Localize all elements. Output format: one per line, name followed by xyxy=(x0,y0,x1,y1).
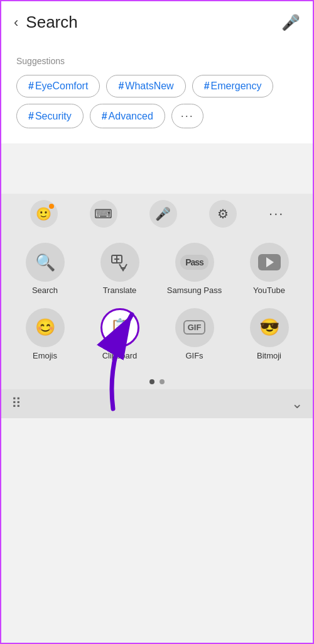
keyboard-top-row: 🙂 ⌨ 🎤 ⚙ ··· xyxy=(1,194,313,233)
chips-grid: #EyeComfort #WhatsNew #Emergency #Securi… xyxy=(16,75,298,128)
search-app-icon: 🔍 xyxy=(26,243,65,282)
back-button[interactable]: ‹ xyxy=(14,14,18,31)
clipboard-icon: 📋 xyxy=(100,308,139,347)
keyboard-grid-icon[interactable]: ⠿ xyxy=(11,396,21,412)
keyboard-collapse-icon[interactable]: ⌄ xyxy=(291,396,303,412)
samsung-pass-label: Samsung Pass xyxy=(167,286,222,296)
gifs-icon: GIF xyxy=(175,308,214,347)
app-samsung-pass[interactable]: Pass Samsung Pass xyxy=(157,236,232,302)
chip-more[interactable]: ··· xyxy=(171,104,203,128)
emojis-label: Emojis xyxy=(33,351,57,361)
chip-advanced[interactable]: #Advanced xyxy=(90,104,165,128)
app-emojis[interactable]: 😊 Emojis xyxy=(8,302,82,367)
emojis-icon: 😊 xyxy=(26,308,65,347)
gifs-label: GIFs xyxy=(185,351,203,361)
page-dots xyxy=(1,373,313,389)
search-app-label: Search xyxy=(32,286,58,296)
translate-app-icon xyxy=(100,243,139,282)
mic-kb-button[interactable]: 🎤 xyxy=(149,200,177,228)
chip-security[interactable]: #Security xyxy=(16,104,84,128)
bitmoji-label: Bitmoji xyxy=(257,351,281,361)
suggestions-section: Suggestions #EyeComfort #WhatsNew #Emerg… xyxy=(1,43,313,143)
app-youtube[interactable]: YouTube xyxy=(232,236,306,302)
samsung-pass-icon: Pass xyxy=(175,243,214,282)
bitmoji-icon: 😎 xyxy=(250,308,289,347)
chip-emergency[interactable]: #Emergency xyxy=(192,75,274,97)
chip-whats-new[interactable]: #WhatsNew xyxy=(106,75,185,97)
keyboard-button[interactable]: ⌨ xyxy=(90,200,117,228)
dot-1 xyxy=(149,379,154,384)
mic-icon[interactable]: 🎤 xyxy=(281,14,300,31)
app-bitmoji[interactable]: 😎 Bitmoji xyxy=(232,302,306,367)
app-gifs[interactable]: GIF GIFs xyxy=(157,302,232,367)
keyboard-area: 🙂 ⌨ 🎤 ⚙ ··· 🔍 Search xyxy=(1,194,313,418)
dot-2 xyxy=(160,379,165,384)
translate-app-label: Translate xyxy=(103,286,137,296)
keyboard-bottom-bar: ⠿ ⌄ xyxy=(1,389,313,418)
youtube-icon xyxy=(250,243,289,282)
app-search[interactable]: 🔍 Search xyxy=(8,236,82,302)
emoji-button[interactable]: 🙂 xyxy=(30,200,58,228)
clipboard-label: Clipboard xyxy=(102,351,138,361)
content-gap xyxy=(1,143,313,194)
page-title: Search xyxy=(26,13,274,32)
more-options-button[interactable]: ··· xyxy=(269,206,284,222)
chip-eye-comfort[interactable]: #EyeComfort xyxy=(16,75,100,97)
settings-button[interactable]: ⚙ xyxy=(209,200,237,228)
youtube-label: YouTube xyxy=(253,286,285,296)
suggestions-label: Suggestions xyxy=(16,56,298,66)
app-grid: 🔍 Search Translate Pass Samsung P xyxy=(1,233,313,373)
app-clipboard[interactable]: 📋 Clipboard xyxy=(82,302,157,367)
emoji-badge xyxy=(49,204,54,209)
app-translate[interactable]: Translate xyxy=(82,236,157,302)
top-bar: ‹ Search 🎤 xyxy=(1,1,313,43)
